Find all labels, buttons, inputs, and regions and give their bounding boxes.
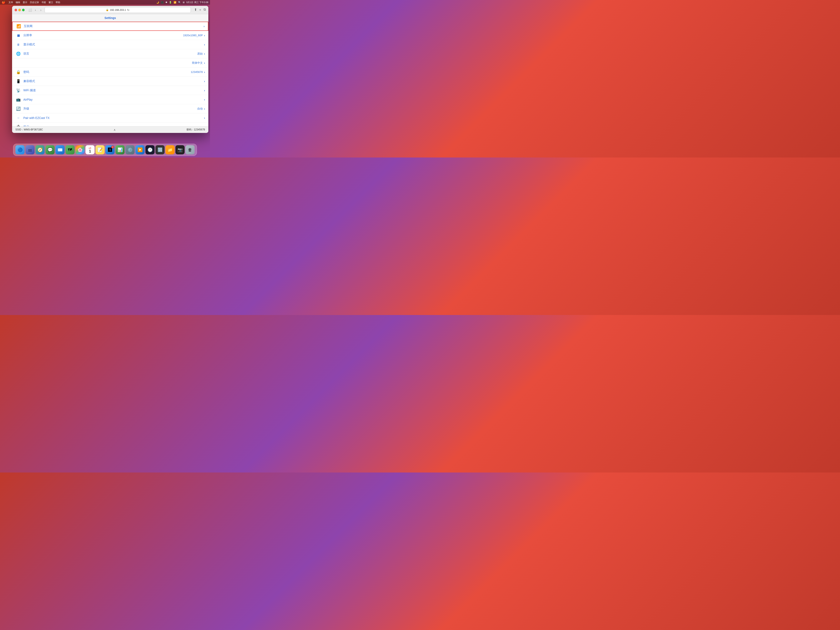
dock-item-trash[interactable]: 🗑	[185, 145, 194, 155]
dock-item-quicktime[interactable]: ▶️	[136, 145, 145, 155]
pair-label: Pair with EZCast TX	[23, 116, 204, 120]
dock-item-clock[interactable]: 🕐	[145, 145, 155, 155]
upgrade-icon: 🔄	[16, 106, 21, 112]
page-header: Settings	[12, 14, 208, 22]
new-tab-button[interactable]: ＋	[199, 8, 202, 12]
menubar-time: 9月1日 周三 下午3:08	[186, 1, 208, 4]
language-label: 语言	[23, 52, 197, 55]
close-button[interactable]	[14, 9, 17, 11]
settings-item-language[interactable]: 🌐 语言 原始 ›	[12, 49, 208, 58]
dock-item-calendar[interactable]: 9月 1	[85, 145, 95, 155]
menubar-wifi-icon: 📶	[174, 1, 177, 4]
dock-item-finder[interactable]: 🔵	[16, 145, 25, 155]
upgrade-value: 自动	[197, 107, 203, 111]
bottom-password: 密码：12345678	[186, 128, 205, 131]
traffic-lights	[14, 9, 25, 11]
dock-item-preferences[interactable]: ⚙️	[125, 145, 134, 155]
display-label: 显示模式	[23, 43, 204, 46]
internet-label: 互联网	[24, 24, 204, 28]
compat-icon: 📱	[16, 78, 21, 84]
bottom-ssid: SSID：WMS-BF3671BC	[16, 128, 43, 131]
internet-icon: 📶	[16, 23, 22, 29]
settings-item-wifi[interactable]: 📡 WiFi 频道 ›	[12, 86, 208, 95]
resolution-value: 1920x1080_60P	[183, 34, 203, 37]
menubar-search-icon[interactable]: 🔍	[178, 1, 181, 4]
dock-item-safari[interactable]: 🧭	[35, 145, 44, 155]
settings-item-compat[interactable]: 📱 兼容模式 ›	[12, 77, 208, 86]
minimize-button[interactable]	[18, 9, 21, 11]
settings-item-language-cn[interactable]: 简体中文 ›	[12, 58, 208, 68]
resolution-label: 分辨率	[23, 33, 183, 37]
settings-item-pair[interactable]: ↔ Pair with EZCast TX ›	[12, 113, 208, 123]
tabs-button[interactable]: ⧉	[204, 8, 206, 12]
settings-item-restart[interactable]: ⏻ 重启 ›	[12, 123, 208, 126]
menu-help[interactable]: 帮助	[55, 1, 60, 4]
menu-view[interactable]: 显示	[23, 1, 27, 4]
menu-file[interactable]: 文件	[8, 1, 13, 4]
resolution-chevron: ›	[204, 34, 205, 37]
menu-window[interactable]: 窗口	[49, 1, 53, 4]
dock-item-camera[interactable]: 📷	[175, 145, 185, 155]
page-title: Settings	[104, 16, 116, 20]
restart-label: 重启	[23, 125, 204, 126]
dock-item-activity[interactable]: 📊	[115, 145, 125, 155]
upgrade-chevron: ›	[204, 107, 205, 111]
address-bar-wrapper: 🔒 192.168.203.1 ↻	[44, 7, 191, 13]
browser-window: ⬜ ‹ › 🔒 192.168.203.1 ↻ ⬆ ＋ ⧉ Settings 📶…	[12, 6, 208, 133]
dock-item-notes[interactable]: 📝	[95, 145, 104, 155]
menu-edit[interactable]: 编辑	[16, 1, 20, 4]
password-value: 12345678	[191, 70, 203, 74]
browser-actions: ⬆ ＋ ⧉	[194, 8, 206, 12]
settings-item-password[interactable]: 🔒 密码 12345678 ›	[12, 68, 208, 77]
compat-label: 兼容模式	[23, 79, 204, 83]
sidebar-toggle-button[interactable]: ⬜	[28, 8, 32, 12]
dock-item-messages[interactable]: 💬	[46, 145, 55, 155]
menubar-control-icon[interactable]: ⊞	[183, 1, 185, 4]
settings-item-airplay[interactable]: 📺 AirPlay ›	[12, 95, 208, 104]
lock-icon: 🔒	[106, 8, 109, 11]
dock-item-launchpad[interactable]: ⚏	[25, 145, 35, 155]
browser-titlebar: ⬜ ‹ › 🔒 192.168.203.1 ↻ ⬆ ＋ ⧉	[12, 6, 208, 14]
dock-item-calculator[interactable]: 🔢	[155, 145, 164, 155]
airplay-chevron: ›	[204, 98, 205, 101]
wifi-chevron: ›	[204, 89, 205, 92]
maximize-button[interactable]	[22, 9, 25, 11]
dock-item-appstore[interactable]: 🅰 8	[106, 145, 115, 155]
language-cn-icon	[16, 60, 21, 66]
bottom-chevron-icon[interactable]: ∧	[114, 128, 115, 131]
display-icon: 🖥	[16, 42, 21, 47]
share-button[interactable]: ⬆	[194, 8, 197, 12]
pair-icon: ↔	[16, 115, 21, 121]
dock-item-mail[interactable]: ✉️	[55, 145, 65, 155]
dock-item-maps[interactable]: 🗺	[65, 145, 74, 155]
settings-item-resolution[interactable]: ▦ 分辨率 1920x1080_60P ›	[12, 31, 208, 40]
reload-icon[interactable]: ↻	[127, 8, 129, 12]
address-bar[interactable]: 🔒 192.168.203.1 ↻	[44, 7, 191, 13]
compat-chevron: ›	[204, 80, 205, 83]
pair-chevron: ›	[204, 116, 205, 120]
menu-history[interactable]: 历史记录	[30, 1, 39, 4]
display-chevron: ›	[204, 43, 205, 46]
language-cn-value: 简体中文	[192, 61, 203, 65]
internet-chevron: ›	[204, 25, 205, 28]
menu-bookmarks[interactable]: 书签	[41, 1, 46, 4]
address-text: 192.168.203.1	[110, 8, 126, 11]
bottom-bar: SSID：WMS-BF3671BC ∧ 密码：12345678	[12, 126, 208, 133]
language-cn-chevron: ›	[204, 61, 205, 65]
dock-item-photos[interactable]: 🌸	[76, 145, 85, 155]
language-chevron: ›	[204, 52, 205, 55]
settings-item-internet[interactable]: 📶 互联网 ›	[12, 22, 208, 31]
apple-menu[interactable]: 🍎	[2, 1, 5, 4]
forward-button[interactable]: ›	[39, 8, 43, 12]
menubar-left: 🍎 文件 编辑 显示 历史记录 书签 窗口 帮助	[2, 1, 60, 4]
menubar-moon-icon: 🌙	[156, 1, 159, 4]
dock-item-files[interactable]: 📁	[166, 145, 175, 155]
language-value: 原始	[197, 52, 203, 55]
settings-item-display[interactable]: 🖥 显示模式 ›	[12, 40, 208, 49]
wifi-icon: 📡	[16, 87, 21, 93]
settings-content[interactable]: 📶 互联网 › ▦ 分辨率 1920x1080_60P › 🖥 显示模式 › 🌐…	[12, 22, 208, 126]
settings-item-upgrade[interactable]: 🔄 升级 自动 ›	[12, 104, 208, 113]
back-button[interactable]: ‹	[33, 8, 38, 12]
password-chevron: ›	[204, 70, 205, 74]
upgrade-label: 升级	[23, 107, 197, 111]
